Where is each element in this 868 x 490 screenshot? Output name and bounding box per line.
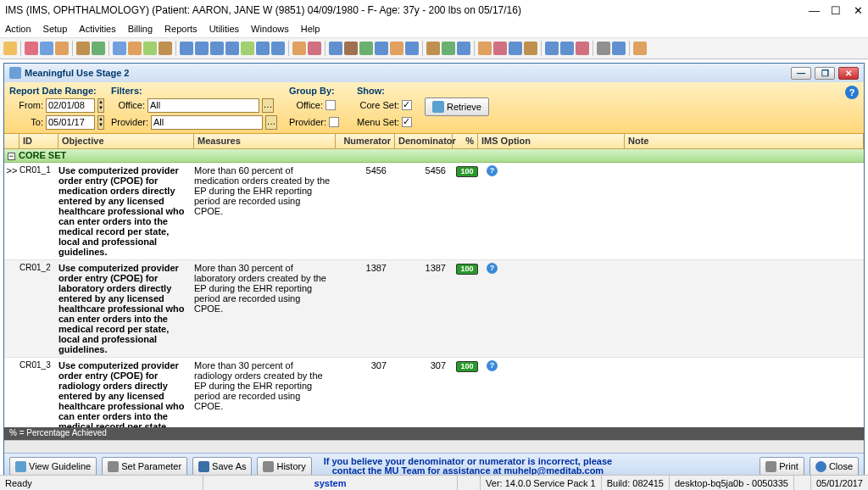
toolbar-icon[interactable] — [524, 42, 537, 55]
print-button[interactable]: Print — [760, 457, 804, 476]
toolbar-icon[interactable] — [40, 42, 53, 55]
col-id[interactable]: ID — [19, 134, 58, 148]
toolbar-icon[interactable] — [478, 42, 492, 55]
row-numerator: 307 — [336, 360, 395, 427]
office-lookup-button[interactable]: … — [262, 98, 274, 113]
collapse-icon[interactable]: − — [8, 153, 15, 160]
toolbar-icon[interactable] — [210, 42, 224, 55]
close-panel-button[interactable]: Close — [810, 457, 859, 476]
footer-message: If you believe your denominator or numer… — [324, 457, 612, 476]
toolbar-icon[interactable] — [92, 42, 105, 55]
toolbar-icon[interactable] — [344, 42, 358, 55]
toolbar-icon[interactable] — [271, 42, 285, 55]
toolbar-icon[interactable] — [241, 42, 254, 55]
menu-billing[interactable]: Billing — [128, 24, 153, 34]
provider-lookup-button[interactable]: … — [265, 115, 277, 130]
panel-close-button[interactable]: ✕ — [838, 67, 859, 80]
col-note[interactable]: Note — [625, 134, 864, 148]
panel-minimize-button[interactable]: — — [791, 67, 811, 80]
to-date-input[interactable] — [46, 115, 95, 130]
toolbar-icon[interactable] — [55, 42, 69, 55]
toolbar-icon[interactable] — [25, 42, 38, 55]
horizontal-scrollbar[interactable] — [4, 440, 864, 453]
menuset-checkbox[interactable] — [402, 117, 412, 127]
toolbar-icon[interactable] — [375, 42, 388, 55]
help-icon[interactable]: ? — [845, 86, 859, 99]
table-row[interactable]: CR01_2Use computerized provider order en… — [4, 260, 864, 358]
toolbar-icon[interactable] — [113, 42, 126, 55]
toolbar-icon[interactable] — [143, 42, 157, 55]
toolbar-icon[interactable] — [612, 42, 626, 55]
menu-windows[interactable]: Windows — [251, 24, 289, 34]
toolbar-icon[interactable] — [195, 42, 209, 55]
toolbar-icon[interactable] — [180, 42, 193, 55]
toolbar-icon[interactable] — [359, 42, 373, 55]
save-as-button[interactable]: Save As — [192, 457, 252, 476]
coreset-checkbox[interactable] — [402, 100, 412, 110]
toolbar-icon[interactable] — [576, 42, 589, 55]
view-guideline-button[interactable]: View Guideline — [9, 457, 97, 476]
menu-utilities[interactable]: Utilities — [209, 24, 239, 34]
table-row[interactable]: >>CR01_1Use computerized provider order … — [4, 163, 864, 260]
parameter-icon — [108, 461, 119, 472]
set-parameter-button[interactable]: Set Parameter — [102, 457, 187, 476]
toolbar-icon[interactable] — [225, 42, 239, 55]
menu-activities[interactable]: Activities — [79, 24, 115, 34]
to-spinner[interactable]: ▲▼ — [97, 115, 104, 130]
grid-body[interactable]: −CORE SET>>CR01_1Use computerized provid… — [4, 149, 864, 427]
group-row[interactable]: −CORE SET — [4, 149, 864, 163]
toolbar-icon[interactable] — [308, 42, 321, 55]
toolbar-icon[interactable] — [633, 42, 647, 55]
status-desktop: desktop-bq5ja0b - 0050335 — [670, 476, 794, 490]
panel-restore-button[interactable]: ❐ — [815, 67, 835, 80]
col-numerator[interactable]: Numerator — [336, 134, 395, 148]
row-numerator: 1387 — [336, 263, 395, 354]
maximize-button[interactable]: ☐ — [831, 4, 841, 17]
toolbar-icon[interactable] — [405, 42, 419, 55]
menu-help[interactable]: Help — [301, 24, 320, 34]
history-button[interactable]: History — [257, 457, 311, 476]
retrieve-button[interactable]: Retrieve — [425, 97, 489, 116]
toolbar-icon[interactable] — [493, 42, 507, 55]
office-input[interactable] — [147, 98, 259, 113]
status-build: Build: 082415 — [602, 476, 670, 490]
menu-action[interactable]: Action — [5, 24, 31, 34]
toolbar-icon[interactable] — [457, 42, 470, 55]
toolbar-icon[interactable] — [597, 42, 610, 55]
toolbar-icon[interactable] — [509, 42, 522, 55]
group-provider-checkbox[interactable] — [329, 117, 339, 127]
row-id: CR01_1 — [19, 165, 58, 257]
col-percent[interactable]: % — [453, 134, 478, 148]
toolbar-icon[interactable] — [256, 42, 270, 55]
toolbar-icon[interactable] — [128, 42, 142, 55]
minimize-button[interactable]: — — [809, 4, 819, 17]
menu-reports[interactable]: Reports — [164, 24, 198, 34]
group-office-checkbox[interactable] — [326, 100, 336, 110]
info-icon[interactable]: ? — [487, 360, 498, 371]
toolbar-icon[interactable] — [159, 42, 172, 55]
coreset-label: Core Set: — [357, 100, 399, 110]
table-row[interactable]: CR01_3Use computerized provider order en… — [4, 358, 864, 427]
toolbar-icon[interactable] — [390, 42, 403, 55]
toolbar-icon[interactable] — [76, 42, 90, 55]
toolbar-icon[interactable] — [545, 42, 559, 55]
close-button[interactable]: ✕ — [853, 4, 863, 17]
toolbar-icon[interactable] — [560, 42, 574, 55]
from-date-input[interactable] — [46, 98, 95, 113]
toolbar-icon[interactable] — [292, 42, 306, 55]
col-measures[interactable]: Measures — [194, 134, 336, 148]
history-icon — [263, 461, 274, 472]
menu-setup[interactable]: Setup — [43, 24, 68, 34]
toolbar-icon[interactable] — [442, 42, 455, 55]
window-title: IMS (IMS, OPHTHALMOLOGY) (Patient: AARON… — [5, 4, 809, 16]
from-spinner[interactable]: ▲▼ — [97, 98, 104, 113]
toolbar-icon[interactable] — [3, 42, 17, 55]
info-icon[interactable]: ? — [487, 165, 498, 176]
col-denominator[interactable]: Denominator — [395, 134, 453, 148]
provider-input[interactable] — [151, 115, 263, 130]
toolbar-icon[interactable] — [426, 42, 440, 55]
info-icon[interactable]: ? — [487, 263, 498, 274]
col-objective[interactable]: Objective — [58, 134, 194, 148]
col-imsoption[interactable]: IMS Option — [478, 134, 625, 148]
toolbar-icon[interactable] — [329, 42, 342, 55]
